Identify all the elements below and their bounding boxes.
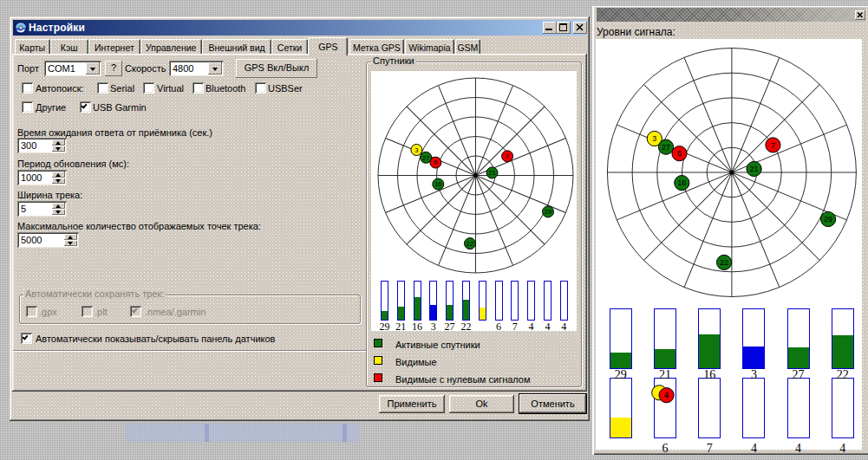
svg-text:6: 6	[434, 159, 437, 166]
svg-text:4: 4	[664, 391, 669, 400]
svg-text:29: 29	[545, 208, 551, 216]
svg-text:29: 29	[824, 215, 832, 224]
svg-text:6: 6	[677, 149, 682, 158]
svg-text:27: 27	[422, 154, 429, 162]
svg-text:7: 7	[771, 141, 775, 150]
svg-text:3: 3	[652, 134, 656, 143]
svg-text:22: 22	[720, 258, 728, 267]
svg-text:3: 3	[414, 146, 418, 154]
svg-text:21: 21	[488, 169, 495, 177]
svg-text:16: 16	[434, 180, 441, 188]
svg-text:27: 27	[662, 143, 670, 152]
svg-text:22: 22	[467, 240, 473, 248]
svg-text:16: 16	[677, 178, 686, 187]
svg-text:7: 7	[506, 152, 509, 160]
svg-text:21: 21	[750, 165, 759, 173]
